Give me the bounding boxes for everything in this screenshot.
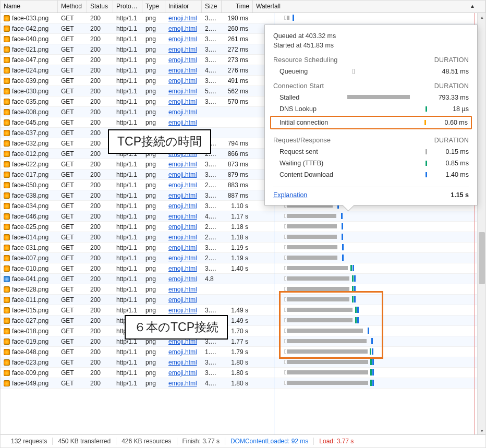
cell-waterfall[interactable] — [253, 211, 485, 221]
waterfall-blue-tick-icon — [342, 223, 343, 229]
cell-time: 570 ms — [222, 96, 253, 106]
table-row[interactable]: face-011.pngGET200http/1.1pngemoji.html — [1, 295, 485, 305]
cell-waterfall[interactable] — [253, 263, 485, 273]
header-name[interactable]: Name — [1, 1, 58, 13]
cell-initiator[interactable]: emoji.html — [165, 253, 202, 263]
table-row[interactable]: face-015.pngGET200http/1.1pngemoji.html3… — [1, 305, 485, 316]
cell-initiator[interactable]: emoji.html — [165, 243, 202, 252]
explanation-link[interactable]: Explanation — [273, 191, 307, 199]
cell-initiator[interactable]: emoji.html — [165, 23, 202, 33]
cell-initiator[interactable]: emoji.html — [165, 211, 202, 221]
cell-protocol: http/1.1 — [113, 295, 142, 305]
table-row[interactable]: face-033.pngGET200http/1.1pngemoji.html3… — [1, 13, 485, 23]
table-row[interactable]: face-049.pngGET200http/1.1pngemoji.html4… — [1, 378, 485, 389]
cell-initiator[interactable]: emoji.html — [165, 44, 202, 54]
table-row[interactable]: face-010.pngGET200http/1.1pngemoji.html3… — [1, 263, 485, 274]
cell-waterfall[interactable] — [253, 274, 485, 284]
header-protocol[interactable]: Protocol — [113, 1, 142, 13]
cell-waterfall[interactable] — [253, 222, 485, 232]
waterfall-green-tick-icon — [350, 265, 352, 271]
cell-initiator[interactable]: emoji.html — [165, 34, 202, 44]
cell-waterfall[interactable] — [253, 284, 485, 294]
popup-dns-row: DNS Lookup 18 µs — [273, 105, 469, 113]
table-row[interactable]: face-018.pngGET200http/1.1pngemoji.html2… — [1, 326, 485, 336]
cell-initiator[interactable]: emoji.html — [165, 159, 202, 169]
header-time[interactable]: Time — [222, 1, 253, 13]
cell-waterfall[interactable] — [253, 232, 485, 242]
header-type[interactable]: Type — [142, 1, 165, 13]
cell-initiator[interactable]: emoji.html — [165, 347, 202, 357]
cell-initiator[interactable]: emoji.html — [165, 232, 202, 242]
file-icon — [4, 297, 10, 303]
cell-initiator[interactable]: emoji.html — [165, 357, 202, 367]
cell-method: GET — [58, 86, 87, 96]
scroll-down-icon[interactable]: ▾ — [478, 427, 486, 435]
table-row[interactable]: face-028.pngGET200http/1.1pngemoji.html — [1, 284, 485, 295]
scroll-up-icon[interactable]: ▴ — [478, 13, 486, 21]
cell-initiator[interactable]: emoji.html — [165, 180, 202, 190]
cell-initiator[interactable]: emoji.html — [165, 378, 202, 388]
cell-waterfall[interactable] — [253, 357, 485, 367]
cell-initiator[interactable]: emoji.html — [165, 96, 202, 106]
cell-status: 200 — [87, 326, 113, 336]
cell-type: png — [142, 169, 165, 179]
file-name: face-039.png — [12, 76, 48, 86]
vertical-scrollbar[interactable]: ▴ ▾ — [477, 13, 485, 435]
table-row[interactable]: face-041.pngGET200http/1.1pngemoji.html4… — [1, 274, 485, 284]
cell-initiator[interactable]: emoji.html — [165, 201, 202, 211]
cell-waterfall[interactable] — [253, 295, 485, 305]
cell-initiator[interactable]: emoji.html — [165, 284, 202, 294]
cell-initiator[interactable]: emoji.html — [165, 65, 202, 75]
cell-initiator[interactable]: emoji.html — [165, 117, 202, 127]
cell-size: 3.5... — [202, 201, 222, 211]
waterfall-stalled-bar — [287, 349, 368, 354]
cell-initiator[interactable]: emoji.html — [165, 169, 202, 179]
cell-initiator[interactable]: emoji.html — [165, 86, 202, 96]
cell-initiator[interactable]: emoji.html — [165, 263, 202, 273]
header-waterfall[interactable]: Waterfall — [253, 1, 485, 13]
cell-initiator[interactable]: emoji.html — [165, 13, 202, 23]
table-row[interactable]: face-025.pngGET200http/1.1pngemoji.html2… — [1, 222, 485, 232]
waterfall-stalled-bar — [287, 339, 367, 343]
cell-initiator[interactable]: emoji.html — [165, 274, 202, 284]
cell-initiator[interactable]: emoji.html — [165, 190, 202, 200]
cell-type: png — [142, 263, 165, 273]
scroll-thumb[interactable] — [479, 232, 485, 284]
cell-initiator[interactable]: emoji.html — [165, 295, 202, 305]
table-row[interactable]: face-023.pngGET200http/1.1pngemoji.html3… — [1, 357, 485, 368]
cell-waterfall[interactable] — [253, 326, 485, 336]
cell-waterfall[interactable] — [253, 336, 485, 346]
header-size[interactable]: Size — [202, 1, 222, 13]
cell-waterfall[interactable] — [253, 253, 485, 263]
table-row[interactable]: face-019.pngGET200http/1.1pngemoji.html3… — [1, 336, 485, 347]
popup-download-row: Content Download 1.40 ms — [273, 171, 469, 178]
cell-time: 273 ms — [222, 55, 253, 65]
cell-initiator[interactable]: emoji.html — [165, 76, 202, 86]
cell-initiator[interactable]: emoji.html — [165, 107, 202, 117]
cell-waterfall[interactable] — [253, 316, 485, 325]
table-row[interactable]: face-014.pngGET200http/1.1pngemoji.html2… — [1, 232, 485, 243]
table-row[interactable]: face-048.pngGET200http/1.1pngemoji.html1… — [1, 347, 485, 357]
table-row[interactable]: face-046.pngGET200http/1.1pngemoji.html4… — [1, 211, 485, 222]
header-initiator[interactable]: Initiator — [165, 1, 202, 13]
cell-waterfall[interactable] — [253, 368, 485, 378]
cell-waterfall[interactable] — [253, 378, 485, 388]
cell-initiator[interactable]: emoji.html — [165, 55, 202, 65]
cell-initiator[interactable]: emoji.html — [165, 305, 202, 315]
cell-waterfall[interactable] — [253, 305, 485, 315]
cell-initiator[interactable]: emoji.html — [165, 222, 202, 232]
header-status[interactable]: Status — [87, 1, 113, 13]
header-method[interactable]: Method — [58, 1, 87, 13]
cell-initiator[interactable]: emoji.html — [165, 368, 202, 378]
table-row[interactable]: face-009.pngGET200http/1.1pngemoji.html3… — [1, 368, 485, 378]
cell-waterfall[interactable] — [253, 13, 485, 23]
file-name: face-050.png — [12, 180, 48, 190]
table-row[interactable]: face-007.pngGET200http/1.1pngemoji.html2… — [1, 253, 485, 263]
cell-waterfall[interactable] — [253, 347, 485, 357]
cell-protocol: http/1.1 — [113, 117, 142, 127]
table-row[interactable]: face-027.pngGET200http/1.1pngemoji.html4… — [1, 316, 485, 326]
popup-section-connection-start: Connection StartDURATION — [273, 82, 469, 90]
table-row[interactable]: face-031.pngGET200http/1.1pngemoji.html3… — [1, 243, 485, 253]
popup-request-sent-row: Request sent 0.15 ms — [273, 148, 469, 155]
cell-waterfall[interactable] — [253, 243, 485, 252]
